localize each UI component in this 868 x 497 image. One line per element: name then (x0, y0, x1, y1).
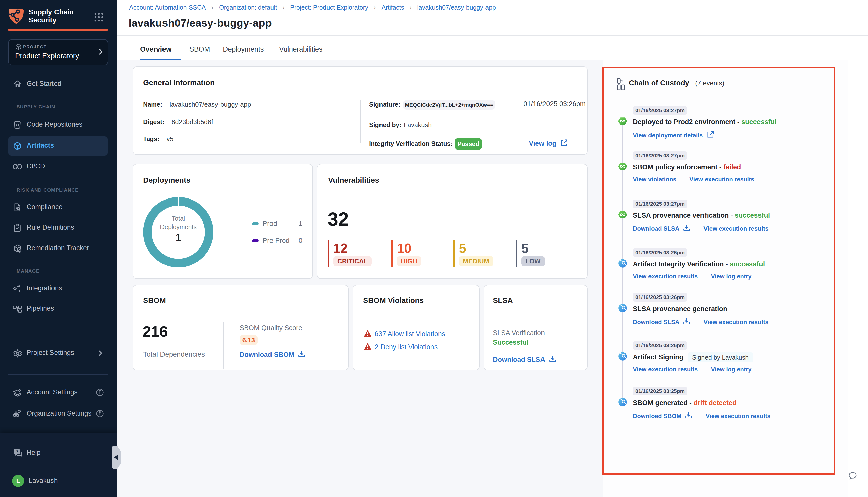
svg-text:?: ? (16, 450, 18, 454)
